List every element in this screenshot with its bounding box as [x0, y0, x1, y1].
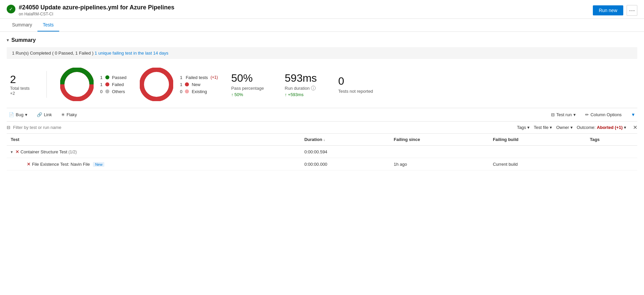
total-tests-plus: +2 [10, 91, 15, 96]
passed-label: Passed [112, 75, 126, 80]
pass-percentage-value: 50% [231, 72, 272, 84]
owner-filter[interactable]: Owner ▾ [556, 125, 572, 130]
filter-right: Tags ▾ Test file ▾ Owner ▾ Outcome: Abor… [517, 124, 637, 131]
col-duration[interactable]: Duration ↓ [300, 134, 390, 146]
child-failing-since: 1h ago [390, 158, 489, 170]
failed-dot [105, 82, 109, 86]
others-dot [105, 89, 109, 93]
test-file-dropdown-icon: ▾ [550, 125, 552, 130]
tags-dropdown-icon: ▾ [527, 125, 530, 130]
tab-summary[interactable]: Summary [7, 19, 37, 31]
header-title-block: #24050 Update azure-pipelines.yml for Az… [19, 4, 175, 16]
col-tags[interactable]: Tags [586, 134, 637, 146]
others-label: Others [112, 89, 125, 94]
pass-fail-donut [60, 68, 94, 101]
test-file-filter[interactable]: Test file ▾ [534, 125, 552, 130]
tab-tests[interactable]: Tests [37, 19, 59, 31]
child-fail-icon: ✕ [27, 161, 31, 167]
failed-tests-chart-section: 1 Failed tests (+1) 1 New 0 Existing [140, 68, 218, 101]
owner-label: Owner [556, 125, 569, 130]
legend-others: 0 Others [100, 89, 127, 94]
legend-new: 1 New [180, 82, 218, 87]
test-run-icon: ⊟ [551, 112, 555, 117]
legend-failed-tests: 1 Failed tests (+1) [180, 75, 218, 80]
filter-funnel-button[interactable]: ▼ [629, 111, 637, 119]
col-test[interactable]: Test [7, 134, 300, 146]
run-duration-value: 593ms [285, 72, 325, 84]
group-test-name: Container Structure Test [20, 149, 67, 154]
info-bar: 1 Run(s) Completed ( 0 Passed, 1 Failed … [7, 47, 637, 59]
pass-percentage-change: ↑ 50% [231, 92, 272, 97]
column-options-button[interactable]: ✏ Column Options [583, 111, 624, 119]
group-tags [586, 146, 637, 158]
total-tests-number: 2 [10, 73, 16, 86]
outcome-filter[interactable]: Outcome: Aborted (+1) ▾ [577, 125, 626, 130]
expand-icon[interactable]: ▾ [11, 150, 13, 154]
duration-arrow-icon: ↑ [285, 92, 287, 97]
child-failing-build: Current build [489, 158, 586, 170]
table-toolbar: 📄 Bug ▾ 🔗 Link ✳ Flaky ⊟ Test run ▾ ✏ Co… [7, 108, 637, 122]
summary-section-header: ▾ Summary [7, 37, 637, 43]
test-run-dropdown-icon: ▾ [573, 112, 576, 117]
tests-not-reported-value: 0 [338, 75, 379, 87]
bug-icon: 📄 [9, 112, 14, 117]
test-file-label: Test file [534, 125, 548, 130]
filter-left: ⊟ [7, 125, 80, 130]
filter-close-button[interactable]: ✕ [633, 124, 637, 131]
run-new-button[interactable]: Run new [593, 5, 623, 15]
col-failing-build[interactable]: Failing build [489, 134, 586, 146]
flaky-button[interactable]: ✳ Flaky [59, 111, 79, 119]
link-button[interactable]: 🔗 Link [35, 111, 54, 119]
toolbar-right: ⊟ Test run ▾ ✏ Column Options ▼ [549, 111, 637, 119]
legend-existing: 0 Existing [180, 89, 218, 94]
filter-icon: ⊟ [7, 125, 10, 130]
filter-input[interactable] [13, 125, 80, 130]
main-content: ▾ Summary 1 Run(s) Completed ( 0 Passed,… [0, 32, 644, 176]
flaky-icon: ✳ [61, 112, 65, 117]
header-left: ✓ #24050 Update azure-pipelines.yml for … [7, 4, 175, 16]
tests-table: Test Duration ↓ Failing since Failing bu… [7, 134, 637, 170]
passed-dot [105, 75, 109, 79]
filter-funnel-icon: ▼ [631, 112, 635, 117]
outcome-dropdown-icon: ▾ [624, 125, 626, 130]
child-duration: 0:00:00.000 [300, 158, 390, 170]
new-badge: New [93, 162, 104, 167]
page-header: ✓ #24050 Update azure-pipelines.yml for … [0, 0, 644, 19]
table-row: ▾ ✕ Container Structure Test (1/2) 0:00:… [7, 146, 637, 158]
group-failing-since [390, 146, 489, 158]
link-icon: 🔗 [37, 112, 42, 117]
summary-section-title: Summary [11, 37, 36, 43]
child-tags [586, 158, 637, 170]
new-dot [185, 82, 189, 86]
existing-label: Existing [192, 89, 207, 94]
group-duration: 0:00:00.594 [300, 146, 390, 158]
table-row: ✕ File Existence Test: Navin File New 0:… [7, 158, 637, 170]
failed-tests-donut [140, 68, 173, 101]
outcome-label: Outcome: [577, 125, 596, 130]
sort-arrow-icon: ↓ [323, 138, 325, 142]
pass-fail-svg [60, 68, 94, 101]
tests-not-reported-label: Tests not reported [338, 89, 379, 94]
collapse-icon[interactable]: ▾ [7, 38, 9, 43]
failed-tests-svg [140, 68, 173, 101]
table-header: Test Duration ↓ Failing since Failing bu… [7, 134, 637, 146]
existing-dot [185, 89, 189, 93]
tags-filter[interactable]: Tags ▾ [517, 125, 530, 130]
child-test-cell: ✕ File Existence Test: Navin File New [7, 158, 300, 170]
info-bar-link[interactable]: 1 unique failing test in the last 14 day… [95, 51, 168, 56]
test-run-button[interactable]: ⊟ Test run ▾ [549, 111, 578, 119]
run-duration-label: Run duration i [285, 86, 325, 91]
group-failing-build [489, 146, 586, 158]
failed-tests-legend: 1 Failed tests (+1) 1 New 0 Existing [180, 75, 218, 94]
divider-1 [46, 71, 47, 98]
outcome-value: Aborted (+1) [597, 125, 623, 130]
info-bar-text: 1 Run(s) Completed ( 0 Passed, 1 Failed … [12, 51, 95, 56]
col-failing-since[interactable]: Failing since [390, 134, 489, 146]
bug-button[interactable]: 📄 Bug ▾ [7, 111, 29, 119]
run-duration-metric: 593ms Run duration i ↑ +593ms [285, 72, 325, 97]
header-subtitle: on HalaRM-CST-CI [19, 12, 175, 16]
more-options-button[interactable]: ⋯ [627, 5, 637, 16]
run-duration-info-icon[interactable]: i [311, 86, 316, 90]
page-title: #24050 Update azure-pipelines.yml for Az… [19, 4, 175, 11]
child-test-name: File Existence Test: Navin File [32, 162, 90, 167]
